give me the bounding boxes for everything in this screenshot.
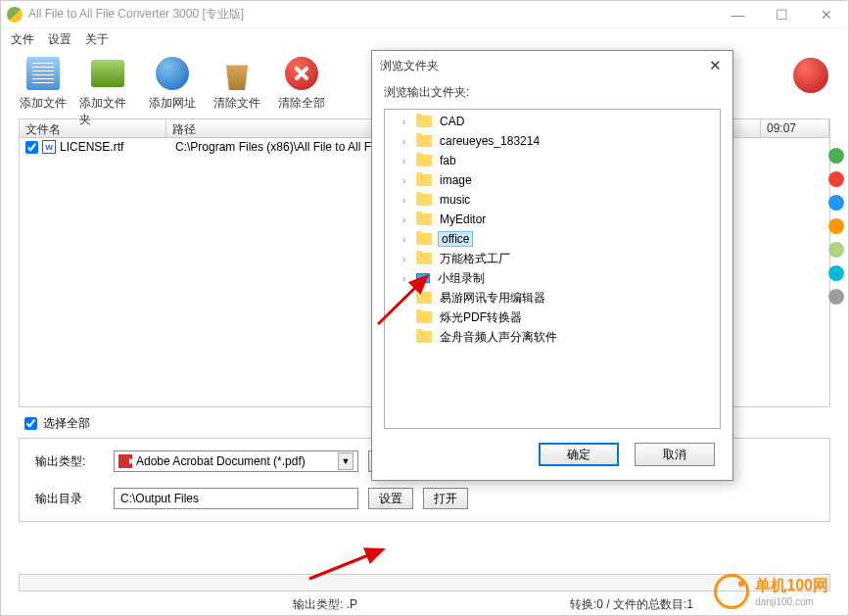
side-icon-1[interactable] [828,148,844,164]
maximize-button[interactable]: ☐ [760,1,804,28]
folder-icon [416,292,432,304]
tree-item-label: 金舟音频人声分离软件 [438,329,559,346]
dialog-close-button[interactable]: ✕ [705,57,725,74]
add-folder-icon [91,60,124,87]
clear-all-button[interactable]: 清除全部 [273,54,330,112]
dialog-title: 浏览文件夹 [380,58,705,74]
expand-icon[interactable]: › [402,156,414,166]
dialog-subtitle: 浏览输出文件夹: [372,80,732,109]
side-icon-4[interactable] [828,218,844,234]
expand-icon[interactable]: › [402,234,414,245]
watermark-icon [714,574,749,609]
file-path-cell: C:\Program Files (x86)\All File to All F… [175,140,395,154]
tree-item-label: careueyes_183214 [438,134,542,148]
status-bar: 输出类型: .P 转换:0 / 文件的总数目:1 [19,596,830,613]
browse-folder-dialog: 浏览文件夹 ✕ 浏览输出文件夹: ›CAD›careueyes_183214›f… [371,50,733,481]
output-type-label: 输出类型: [35,453,114,470]
chevron-down-icon[interactable]: ▼ [338,452,354,470]
file-checkbox[interactable] [25,141,38,154]
output-dir-label: 输出目录 [35,491,114,507]
tree-item-label: fab [438,154,458,167]
tree-item[interactable]: ›careueyes_183214 [385,131,720,151]
cancel-button[interactable]: 取消 [635,443,715,466]
column-time[interactable]: 09:07 [761,119,829,137]
menu-file[interactable]: 文件 [11,31,34,48]
progress-bar [19,574,830,592]
expand-icon[interactable]: › [402,273,414,284]
side-icon-7[interactable] [828,289,844,305]
clear-file-button[interactable]: 清除文件 [209,54,265,112]
app-icon [7,7,23,23]
expand-icon[interactable]: › [402,214,414,225]
expand-icon[interactable]: › [402,195,414,206]
menu-settings[interactable]: 设置 [48,31,71,48]
tree-item-label: MyEditor [438,213,488,226]
clear-all-label: 清除全部 [278,95,325,112]
tree-item[interactable]: ›office [385,229,720,249]
clear-file-label: 清除文件 [213,95,260,112]
expand-icon[interactable]: › [402,293,414,304]
clear-all-icon [285,57,318,90]
folder-icon [416,135,432,147]
side-icon-2[interactable] [828,171,844,187]
window-title: All File to All File Converter 3000 [专业版… [28,6,716,23]
tree-item-label: office [438,231,473,247]
tree-item[interactable]: ›小组录制 [385,268,720,288]
tree-item-label: image [438,173,474,187]
column-filename[interactable]: 文件名 [20,119,166,137]
output-dir-settings-button[interactable]: 设置 [368,488,413,509]
folder-tree[interactable]: ›CAD›careueyes_183214›fab›image›music›My… [384,109,721,429]
minimize-button[interactable]: — [716,1,760,28]
folder-icon [416,194,432,206]
convert-button-icon[interactable] [793,58,828,93]
document-icon [42,140,56,154]
tree-item[interactable]: 烁光PDF转换器 [385,308,720,327]
add-file-label: 添加文件 [20,95,67,112]
open-button[interactable]: 打开 [423,488,468,509]
watermark-logo: 单机100网 danji100.com [714,574,828,609]
folder-icon [416,233,432,245]
status-convert-count: 转换:0 / 文件的总数目:1 [570,596,693,613]
menu-bar: 文件 设置 关于 [1,28,848,50]
output-dir-input[interactable]: C:\Output Files [114,488,358,509]
globe-icon [156,57,189,90]
tree-item-label: 烁光PDF转换器 [438,309,524,326]
side-icon-6[interactable] [828,265,844,281]
side-icon-5[interactable] [828,242,844,258]
select-all-checkbox[interactable] [24,417,37,430]
select-all-label: 选择全部 [43,415,90,432]
expand-icon[interactable]: › [402,117,414,127]
expand-icon[interactable]: › [402,175,414,186]
side-icon-3[interactable] [828,195,844,211]
tree-item-label: 小组录制 [436,270,487,287]
tree-item[interactable]: ›fab [385,151,720,170]
tree-item[interactable]: ›易游网讯专用编辑器 [385,288,720,308]
output-type-dropdown[interactable]: Adobe Acrobat Document (*.pdf) ▼ [114,450,358,472]
output-type-value: Adobe Acrobat Document (*.pdf) [136,454,306,468]
add-folder-button[interactable]: 添加文件夹 [79,54,136,128]
add-file-icon [26,57,60,90]
folder-icon [416,174,432,186]
add-url-button[interactable]: 添加网址 [144,54,201,112]
ok-button[interactable]: 确定 [539,443,619,466]
tree-item-label: music [438,193,472,207]
expand-icon[interactable]: › [402,254,414,264]
tree-item[interactable]: ›image [385,170,720,190]
expand-icon[interactable]: › [402,136,414,147]
menu-about[interactable]: 关于 [85,31,109,48]
output-dir-value: C:\Output Files [120,492,199,505]
tree-item-label: CAD [438,115,466,128]
side-toolbar [828,148,846,305]
status-output-type: 输出类型: .P [293,596,357,613]
tree-item[interactable]: ›CAD [385,112,720,131]
monitor-icon [416,273,430,283]
close-button[interactable]: ✕ [804,1,848,28]
add-file-button[interactable]: 添加文件 [15,54,71,112]
tree-item[interactable]: ›music [385,190,720,210]
add-url-label: 添加网址 [149,95,196,112]
trash-icon [221,57,253,90]
tree-item[interactable]: ›万能格式工厂 [385,249,720,268]
tree-item[interactable]: ›MyEditor [385,210,720,229]
folder-icon [416,213,432,225]
tree-item[interactable]: 金舟音频人声分离软件 [385,327,720,347]
